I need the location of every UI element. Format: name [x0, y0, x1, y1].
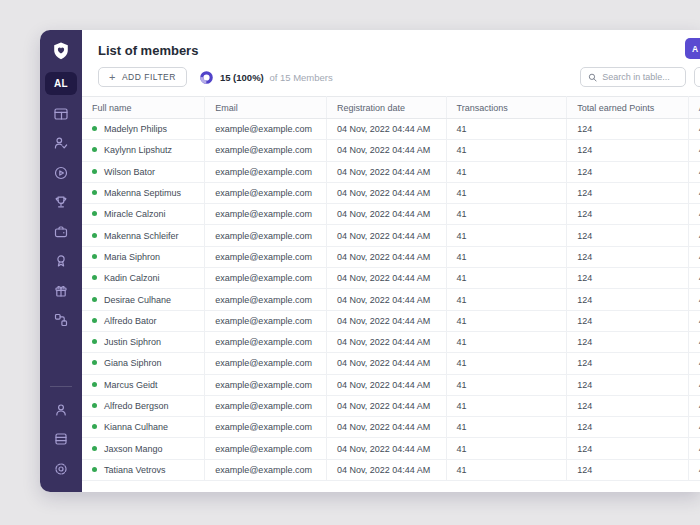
cell-registration_date: 04 Nov, 2022 04:44 AM: [326, 331, 446, 352]
column-header-full-name: Full name: [82, 97, 205, 119]
cell-email: example@example.com: [205, 225, 327, 246]
cell-transactions: 41: [446, 353, 567, 374]
cell-active: 42: [688, 331, 700, 352]
cell-total_earned_points: 124: [567, 374, 689, 395]
table-row[interactable]: Tatiana Vetrovsexample@example.com04 Nov…: [82, 459, 700, 480]
member-name: Desirae Culhane: [104, 295, 171, 305]
status-dot: [92, 318, 97, 323]
avatar[interactable]: AL: [45, 72, 77, 95]
status-dot: [92, 297, 97, 302]
cell-full_name: Alfredo Bator: [82, 310, 205, 331]
add-member-button[interactable]: A: [685, 38, 700, 59]
status-dot: [92, 467, 97, 472]
member-count-value: 15 (100%): [220, 72, 264, 83]
cell-email: example@example.com: [205, 246, 327, 267]
cell-email: example@example.com: [205, 119, 327, 140]
member-count-suffix: of 15 Members: [269, 72, 332, 83]
trophy-icon[interactable]: [53, 195, 69, 210]
users-icon[interactable]: [53, 136, 69, 151]
toolbar: + ADD FILTER 15 (100%) of 15 Members: [82, 67, 700, 87]
table-row[interactable]: Madelyn Philipsexample@example.com04 Nov…: [82, 119, 700, 140]
table-row[interactable]: Maria Siphronexample@example.com04 Nov, …: [82, 246, 700, 267]
medal-icon[interactable]: [53, 254, 69, 269]
table-row[interactable]: Makenna Schleiferexample@example.com04 N…: [82, 225, 700, 246]
member-name: Makenna Schleifer: [104, 231, 179, 241]
cell-full_name: Marcus Geidt: [82, 374, 205, 395]
add-filter-label: ADD FILTER: [122, 72, 176, 82]
main-content: List of members A + ADD FILTER 15 (100%)…: [82, 30, 700, 492]
cell-total_earned_points: 124: [567, 119, 689, 140]
wallet-icon[interactable]: [53, 224, 69, 239]
cell-full_name: Makenna Septimus: [82, 182, 205, 203]
cell-registration_date: 04 Nov, 2022 04:44 AM: [326, 204, 446, 225]
workflow-icon[interactable]: [53, 313, 69, 328]
table-row[interactable]: Justin Siphronexample@example.com04 Nov,…: [82, 331, 700, 352]
cell-transactions: 41: [446, 438, 567, 459]
cell-registration_date: 04 Nov, 2022 04:44 AM: [326, 119, 446, 140]
cell-active: 42: [688, 204, 700, 225]
member-name: Kaylynn Lipshutz: [104, 145, 172, 155]
cell-email: example@example.com: [205, 459, 327, 480]
cell-full_name: Kadin Calzoni: [82, 268, 205, 289]
member-name: Alfredo Bergson: [104, 401, 169, 411]
cell-active: 42: [688, 161, 700, 182]
cell-active: 42: [688, 353, 700, 374]
table-row[interactable]: Marcus Geidtexample@example.com04 Nov, 2…: [82, 374, 700, 395]
cell-registration_date: 04 Nov, 2022 04:44 AM: [326, 395, 446, 416]
add-filter-button[interactable]: + ADD FILTER: [98, 67, 187, 87]
cell-full_name: Madelyn Philips: [82, 119, 205, 140]
panels-icon[interactable]: [53, 106, 69, 121]
cell-full_name: Maria Siphron: [82, 246, 205, 267]
cell-active: 42: [688, 438, 700, 459]
cell-registration_date: 04 Nov, 2022 04:44 AM: [326, 268, 446, 289]
cell-total_earned_points: 124: [567, 268, 689, 289]
member-name: Jaxson Mango: [104, 444, 163, 454]
search-input[interactable]: [602, 72, 678, 82]
status-dot: [92, 233, 97, 238]
person-icon[interactable]: [53, 402, 69, 417]
cell-active: 42: [688, 310, 700, 331]
table-row[interactable]: Wilson Batorexample@example.com04 Nov, 2…: [82, 161, 700, 182]
cell-total_earned_points: 124: [567, 353, 689, 374]
clipped-toolbar-button[interactable]: [694, 67, 700, 87]
cell-total_earned_points: 124: [567, 182, 689, 203]
table-row[interactable]: Kianna Culhaneexample@example.com04 Nov,…: [82, 417, 700, 438]
column-header-active: Active: [688, 97, 700, 119]
cell-total_earned_points: 124: [567, 289, 689, 310]
cell-transactions: 41: [446, 289, 567, 310]
cell-total_earned_points: 124: [567, 395, 689, 416]
cell-email: example@example.com: [205, 374, 327, 395]
member-name: Wilson Bator: [104, 167, 155, 177]
member-name: Kianna Culhane: [104, 422, 168, 432]
table-row[interactable]: Kaylynn Lipshutzexample@example.com04 No…: [82, 140, 700, 161]
cell-email: example@example.com: [205, 140, 327, 161]
cell-email: example@example.com: [205, 289, 327, 310]
table-row[interactable]: Desirae Culhaneexample@example.com04 Nov…: [82, 289, 700, 310]
table-row[interactable]: Alfredo Batorexample@example.com04 Nov, …: [82, 310, 700, 331]
table-row[interactable]: Kadin Calzoniexample@example.com04 Nov, …: [82, 268, 700, 289]
cell-email: example@example.com: [205, 161, 327, 182]
table-row[interactable]: Alfredo Bergsonexample@example.com04 Nov…: [82, 395, 700, 416]
status-dot: [92, 147, 97, 152]
cell-email: example@example.com: [205, 331, 327, 352]
member-count: 15 (100%) of 15 Members: [220, 72, 333, 83]
table-row[interactable]: Giana Siphronexample@example.com04 Nov, …: [82, 353, 700, 374]
table-row[interactable]: Makenna Septimusexample@example.com04 No…: [82, 182, 700, 203]
sidebar-nav-top: [53, 106, 69, 328]
cell-email: example@example.com: [205, 204, 327, 225]
progress-donut-icon: [200, 71, 213, 84]
search-box: [580, 67, 686, 87]
cell-registration_date: 04 Nov, 2022 04:44 AM: [326, 417, 446, 438]
cell-active: 42: [688, 268, 700, 289]
page-title: List of members: [82, 30, 700, 59]
play-circle-icon[interactable]: [53, 165, 69, 180]
database-icon[interactable]: [53, 432, 69, 447]
cell-transactions: 41: [446, 417, 567, 438]
table-row[interactable]: Jaxson Mangoexample@example.com04 Nov, 2…: [82, 438, 700, 459]
cell-full_name: Giana Siphron: [82, 353, 205, 374]
cell-active: 42: [688, 417, 700, 438]
table-row[interactable]: Miracle Calzoniexample@example.com04 Nov…: [82, 204, 700, 225]
gear-icon[interactable]: [53, 461, 69, 476]
sidebar-nav-bottom: [50, 386, 72, 477]
gift-icon[interactable]: [53, 283, 69, 298]
